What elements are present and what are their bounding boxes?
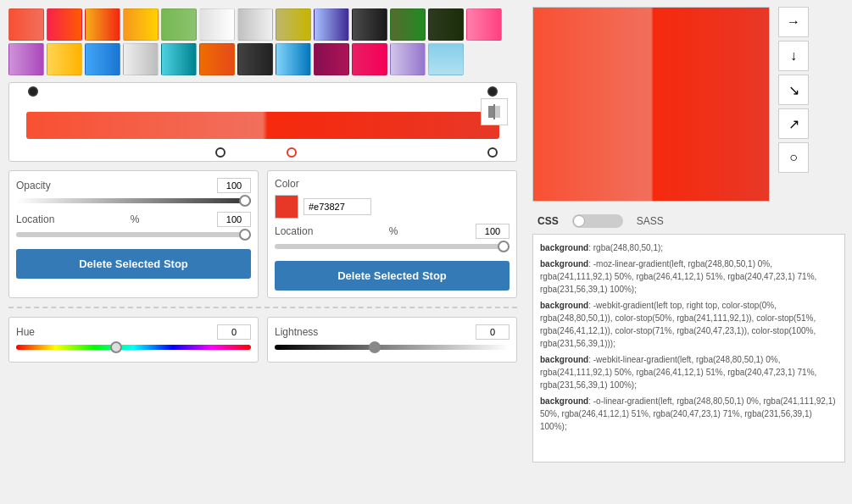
color-hex-input[interactable] xyxy=(303,198,371,215)
direction-diagonal-up-button[interactable]: ↗ xyxy=(778,108,809,139)
hue-control: Hue xyxy=(8,317,259,363)
stop-handle-bottom-right[interactable] xyxy=(487,147,498,158)
swatch-6[interactable] xyxy=(199,8,235,41)
location-left-label: Location % xyxy=(16,212,251,227)
right-stop-controls: Color Location % Delete Selected Stop xyxy=(267,170,517,298)
lightness-label: Lightness xyxy=(275,324,510,340)
svg-rect-0 xyxy=(488,106,493,118)
swatch-3[interactable] xyxy=(85,8,120,41)
css-prop-2: background xyxy=(540,259,588,269)
css-line-3: background: -webkit-gradient(left top, r… xyxy=(540,299,838,350)
location-left-label-text: Location xyxy=(16,213,54,225)
direction-buttons: → ↓ ↘ ↗ ○ xyxy=(778,7,809,208)
swatch-1[interactable] xyxy=(8,8,44,41)
color-swatch[interactable] xyxy=(275,195,298,219)
swatch-15[interactable] xyxy=(47,43,82,75)
right-panel: → ↓ ↘ ↗ ○ CSS SASS background: rgba(248,… xyxy=(526,0,852,504)
swatch-7[interactable] xyxy=(237,8,273,41)
swatch-21[interactable] xyxy=(276,43,311,75)
swatch-13[interactable] xyxy=(466,8,502,41)
swatch-18[interactable] xyxy=(161,43,197,75)
toggle-track[interactable] xyxy=(572,214,623,228)
stop-handle-top-left[interactable] xyxy=(28,86,38,97)
opacity-label: Opacity xyxy=(16,178,251,193)
css-output-panel: background: rgba(248,80,50,1); backgroun… xyxy=(532,234,845,462)
stop-handle-top-right[interactable] xyxy=(487,86,498,97)
swatch-20[interactable] xyxy=(237,43,273,75)
location-right-label-text: Location xyxy=(275,225,313,237)
swatch-4[interactable] xyxy=(123,8,159,41)
swatch-24[interactable] xyxy=(390,43,426,75)
location-left-unit: % xyxy=(131,213,140,225)
color-label-text: Color xyxy=(275,178,299,190)
lightness-value-input[interactable] xyxy=(476,324,510,340)
gradient-preview xyxy=(532,7,770,202)
swatch-5[interactable] xyxy=(161,8,197,41)
swatch-22[interactable] xyxy=(314,43,349,75)
location-left-slider-thumb[interactable] xyxy=(239,229,251,241)
swatch-14[interactable] xyxy=(8,43,44,75)
gradient-bar[interactable] xyxy=(26,112,499,139)
hue-slider-track[interactable] xyxy=(16,345,251,350)
css-prop-4: background xyxy=(540,355,588,364)
css-line-5: background: -o-linear-gradient(left, rgb… xyxy=(540,395,838,433)
sass-tab[interactable]: SASS xyxy=(632,213,669,229)
swatch-11[interactable] xyxy=(390,8,426,41)
opacity-value-input[interactable] xyxy=(217,178,251,193)
swatch-19[interactable] xyxy=(199,43,235,75)
css-prop-1: background xyxy=(540,243,588,252)
direction-down-button[interactable]: ↓ xyxy=(778,41,809,71)
css-sass-tabs: CSS SASS xyxy=(532,213,845,229)
delete-stop-button-left[interactable]: Delete Selected Stop xyxy=(16,249,251,279)
gradient-editor xyxy=(8,82,517,162)
swatch-25[interactable] xyxy=(428,43,464,75)
delete-stop-button-right[interactable]: Delete Selected Stop xyxy=(275,261,510,291)
hue-value-input[interactable] xyxy=(217,324,251,340)
opacity-slider-track[interactable] xyxy=(16,198,251,203)
swatch-9[interactable] xyxy=(314,8,349,41)
hue-slider-thumb[interactable] xyxy=(110,341,122,353)
location-right-label: Location % xyxy=(275,224,510,239)
swatch-12[interactable] xyxy=(428,8,464,41)
direction-diagonal-down-button[interactable]: ↘ xyxy=(778,75,809,105)
css-prop-3: background xyxy=(540,301,588,310)
css-val-1: : rgba(248,80,50,1); xyxy=(588,243,663,252)
location-right-unit: % xyxy=(389,225,398,237)
location-right-slider-thumb[interactable] xyxy=(498,241,510,252)
css-tab[interactable]: CSS xyxy=(532,213,564,229)
css-prop-5: background xyxy=(540,396,588,406)
lightness-slider-track[interactable] xyxy=(275,345,510,350)
css-line-4: background: -webkit-linear-gradient(left… xyxy=(540,353,838,391)
left-stop-controls: Opacity Location % Delete Selected Stop xyxy=(8,170,259,298)
color-swatches xyxy=(8,8,517,75)
location-right-value-input[interactable] xyxy=(476,224,510,239)
direction-radial-button[interactable]: ○ xyxy=(778,142,809,173)
hue-label: Hue xyxy=(16,324,251,340)
lightness-label-text: Lightness xyxy=(275,326,318,338)
color-label: Color xyxy=(275,178,510,190)
gradient-flip-button[interactable] xyxy=(481,98,508,125)
toggle-knob xyxy=(573,215,585,227)
opacity-slider-thumb[interactable] xyxy=(239,195,251,207)
location-right-slider-track[interactable] xyxy=(275,244,510,249)
direction-right-button[interactable]: → xyxy=(778,7,809,37)
lightness-slider-thumb[interactable] xyxy=(369,341,381,353)
preview-row: → ↓ ↘ ↗ ○ xyxy=(532,7,845,208)
swatch-17[interactable] xyxy=(123,43,159,75)
location-left-value-input[interactable] xyxy=(217,212,251,227)
css-line-2: background: -moz-linear-gradient(left, r… xyxy=(540,258,838,296)
swatch-10[interactable] xyxy=(352,8,387,41)
css-line-1: background: rgba(248,80,50,1); xyxy=(540,241,838,254)
color-row xyxy=(275,195,510,219)
swatch-8[interactable] xyxy=(276,8,311,41)
swatch-23[interactable] xyxy=(352,43,387,75)
css-sass-toggle[interactable] xyxy=(572,214,623,228)
swatch-16[interactable] xyxy=(85,43,120,75)
swatch-2[interactable] xyxy=(47,8,82,41)
location-left-slider-track[interactable] xyxy=(16,232,251,237)
stop-handle-bottom-1[interactable] xyxy=(215,147,226,158)
hue-label-text: Hue xyxy=(16,326,35,338)
lightness-control: Lightness xyxy=(267,317,517,363)
gradient-controls: Opacity Location % Delete Selected Stop xyxy=(8,170,517,298)
stop-handle-bottom-2[interactable] xyxy=(287,147,297,158)
